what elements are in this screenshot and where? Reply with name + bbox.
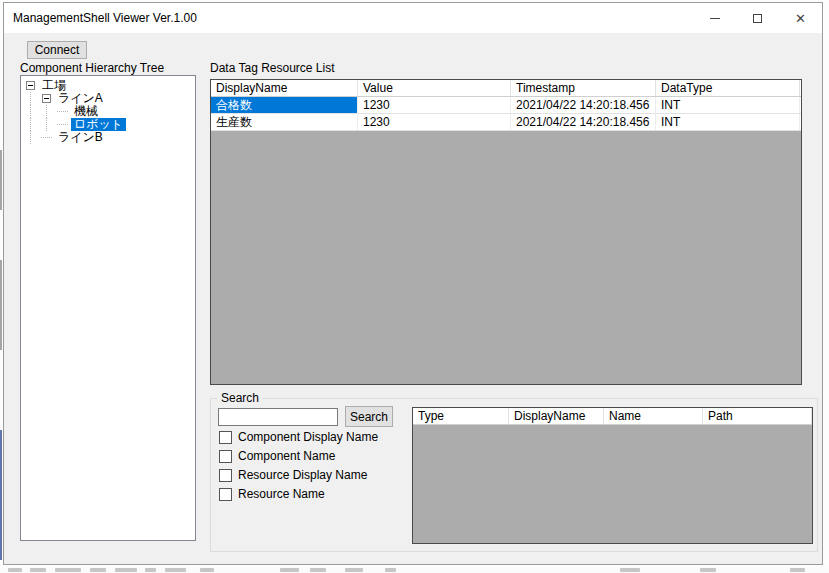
titlebar[interactable]: ManagementShell Viewer Ver.1.00 ✕	[4, 3, 822, 33]
cell[interactable]: 2021/04/22 14:20:18.456	[511, 97, 656, 113]
minimize-icon	[710, 18, 720, 19]
maximize-icon	[753, 14, 762, 23]
connect-button[interactable]: Connect	[27, 41, 87, 59]
search-button[interactable]: Search	[345, 406, 393, 427]
desktop-artifact	[8, 568, 22, 572]
search-results-header: TypeDisplayNameNamePath	[413, 408, 812, 425]
checkbox-row[interactable]: Resource Display Name	[219, 468, 367, 482]
desktop-background: ManagementShell Viewer Ver.1.00 ✕ Connec…	[0, 0, 829, 573]
column-header-displayname[interactable]: DisplayName	[509, 408, 604, 424]
search-results-list: TypeDisplayNameNamePath	[412, 407, 813, 544]
desktop-artifact	[145, 568, 156, 572]
desktop-artifact	[280, 568, 299, 572]
checkbox-row[interactable]: Component Display Name	[219, 430, 378, 444]
desktop-artifact	[55, 568, 81, 572]
resource-list-label: Data Tag Resource List	[210, 61, 335, 75]
column-header-name[interactable]: Name	[604, 408, 703, 424]
tree-item[interactable]: ラインB	[23, 131, 193, 144]
cell[interactable]: 2021/04/22 14:20:18.456	[511, 114, 656, 130]
tree-item[interactable]: 工場	[23, 79, 193, 92]
desktop-artifact	[700, 568, 716, 572]
desktop-artifact	[0, 150, 2, 210]
maximize-button[interactable]	[736, 3, 779, 33]
desktop-artifacts	[0, 566, 829, 573]
desktop-artifact	[385, 568, 396, 572]
minimize-button[interactable]	[693, 3, 736, 33]
desktop-artifact	[30, 568, 46, 572]
column-header-timestamp[interactable]: Timestamp	[511, 80, 656, 96]
column-header-type[interactable]: Type	[413, 408, 509, 424]
component-hierarchy-tree: 工場ラインA機械ロボットラインB	[20, 75, 196, 541]
data-tag-resource-list: DisplayNameValueTimestampDataType 合格数123…	[210, 79, 802, 385]
desktop-artifact	[165, 568, 186, 572]
window-controls: ✕	[693, 3, 822, 33]
column-header-value[interactable]: Value	[358, 80, 511, 96]
collapse-icon[interactable]	[26, 81, 35, 90]
close-button[interactable]: ✕	[779, 3, 822, 33]
window-title: ManagementShell Viewer Ver.1.00	[4, 11, 197, 25]
desktop-artifact	[200, 568, 214, 572]
close-icon: ✕	[795, 12, 806, 25]
tree-guide	[23, 92, 39, 105]
checkbox-label: Component Display Name	[238, 430, 378, 444]
desktop-artifact	[620, 568, 640, 572]
desktop-artifact	[115, 568, 137, 572]
desktop-artifact	[0, 430, 2, 560]
table-row[interactable]: 生産数12302021/04/22 14:20:18.456INT	[211, 114, 801, 131]
tree-guide	[39, 118, 55, 131]
checkbox-label: Component Name	[238, 449, 335, 463]
desktop-artifact	[790, 568, 805, 572]
tree-item[interactable]: ロボット	[23, 118, 193, 131]
tree-guide	[23, 131, 39, 144]
app-window: ManagementShell Viewer Ver.1.00 ✕ Connec…	[3, 2, 823, 565]
desktop-artifact	[345, 568, 363, 572]
cell[interactable]: INT	[656, 97, 800, 113]
tree-connector	[39, 131, 55, 144]
tree-connector	[55, 118, 71, 131]
tree-guide	[23, 105, 39, 118]
cell[interactable]: 生産数	[211, 114, 358, 130]
checkbox[interactable]	[219, 431, 232, 444]
desktop-artifact	[310, 568, 326, 572]
checkbox[interactable]	[219, 488, 232, 501]
table-row[interactable]: 合格数12302021/04/22 14:20:18.456INT	[211, 97, 801, 114]
cell[interactable]: INT	[656, 114, 800, 130]
checkbox-row[interactable]: Resource Name	[219, 487, 325, 501]
tree-item[interactable]: ラインA	[23, 92, 193, 105]
tree-guide	[23, 118, 39, 131]
resource-list-body: 合格数12302021/04/22 14:20:18.456INT生産数1230…	[211, 97, 801, 131]
column-header-displayname[interactable]: DisplayName	[211, 80, 358, 96]
checkbox-label: Resource Display Name	[238, 468, 367, 482]
resource-list-header: DisplayNameValueTimestampDataType	[211, 80, 801, 97]
search-group-label: Search	[217, 391, 263, 405]
checkbox-row[interactable]: Component Name	[219, 449, 335, 463]
checkbox[interactable]	[219, 450, 232, 463]
checkbox[interactable]	[219, 469, 232, 482]
desktop-artifact	[90, 568, 106, 572]
desktop-artifact	[0, 260, 2, 350]
search-group: Search Search Component Display NameComp…	[210, 398, 818, 552]
tree-section-label: Component Hierarchy Tree	[20, 61, 164, 75]
column-header-datatype[interactable]: DataType	[656, 80, 800, 96]
tree-guide	[39, 105, 55, 118]
collapse-icon[interactable]	[42, 94, 51, 103]
cell[interactable]: 1230	[358, 97, 511, 113]
cell[interactable]: 1230	[358, 114, 511, 130]
checkbox-label: Resource Name	[238, 487, 325, 501]
tree-item-label[interactable]: ラインB	[55, 131, 106, 144]
tree-connector	[55, 105, 71, 118]
cell[interactable]: 合格数	[211, 97, 358, 113]
search-input[interactable]	[218, 408, 338, 426]
column-header-path[interactable]: Path	[703, 408, 812, 424]
client-area: Connect Component Hierarchy Tree 工場ラインA機…	[4, 33, 822, 564]
